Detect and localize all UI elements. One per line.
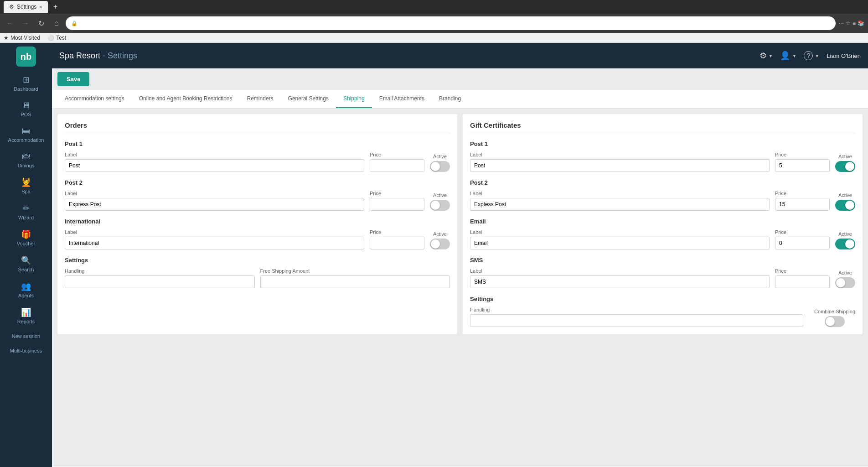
sidebar-item-wizard[interactable]: ✏ Wizard [0, 199, 52, 225]
orders-post2-price-input[interactable] [370, 198, 424, 211]
tab-shipping[interactable]: Shipping [336, 90, 372, 108]
sidebar-item-voucher[interactable]: 🎁 Voucher [0, 225, 52, 251]
orders-intl-active-toggle[interactable] [430, 239, 450, 249]
app-logo[interactable]: nb [16, 47, 36, 67]
help-button[interactable]: ? ▼ [804, 51, 819, 60]
reload-button[interactable]: ↻ [35, 17, 47, 30]
sidebar-item-accommodation[interactable]: 🛏 Accommodation [0, 122, 52, 147]
address-bar: 🔒 https://secure.netbookings.com.au/test… [66, 16, 836, 30]
gift-sms-price-input[interactable] [775, 275, 830, 288]
user-profile-button[interactable]: 👤 ▼ [780, 51, 796, 61]
tab-accommodation-settings[interactable]: Accommodation settings [57, 90, 132, 108]
orders-panel: Orders Post 1 Label Price [57, 114, 457, 334]
gift-post2-title: Post 2 [470, 179, 855, 186]
tab-branding[interactable]: Branding [432, 90, 468, 108]
orders-handling-label: Handling [65, 268, 255, 274]
gift-post1-active-toggle[interactable] [835, 161, 855, 172]
gift-sms-section: SMS Label Price Active [470, 257, 855, 288]
orders-international-title: International [65, 218, 450, 225]
gift-panel: Gift Certificates Post 1 Label Price [463, 114, 863, 334]
save-button[interactable]: Save [57, 72, 89, 86]
gift-sms-label-input[interactable] [470, 275, 770, 288]
sidebar-item-spa[interactable]: 💆 Spa [0, 173, 52, 199]
orders-handling-input[interactable] [65, 275, 255, 288]
library-icon[interactable]: 📚 [858, 20, 864, 26]
orders-intl-label-input[interactable] [65, 237, 364, 249]
sidebar-item-pos[interactable]: 🖥 POS [0, 96, 52, 122]
most-visited-bookmark[interactable]: ★ Most Visited [4, 35, 40, 41]
chevron-down-icon2: ▼ [792, 53, 796, 58]
username-display: Liam O'Brien [827, 52, 861, 59]
sidebar-item-agents[interactable]: 👥 Agents [0, 277, 52, 303]
wizard-icon: ✏ [23, 203, 30, 213]
tab-favicon: ⚙ [9, 4, 14, 10]
tab-booking-restrictions[interactable]: Online and Agent Booking Restrictions [132, 90, 240, 108]
gift-combine-toggle[interactable] [825, 316, 845, 327]
user-icon: 👤 [780, 51, 790, 61]
orders-post1-active-toggle[interactable] [430, 161, 450, 172]
orders-post1-price-input[interactable] [370, 159, 424, 172]
orders-settings-section: Settings Handling Free Shipping Amount [65, 257, 450, 288]
gift-email-active-label: Active [838, 231, 852, 237]
sidebar-item-search[interactable]: 🔍 Search [0, 251, 52, 277]
browser-tab[interactable]: ⚙ Settings × [4, 1, 48, 13]
gift-email-price-input[interactable] [775, 237, 830, 249]
chevron-down-icon3: ▼ [815, 53, 819, 58]
gift-sms-active-toggle[interactable] [835, 277, 855, 288]
sidebar-item-dashboard[interactable]: ⊞ Dashboard [0, 70, 52, 96]
gift-post1-price-input[interactable] [775, 159, 830, 172]
back-button[interactable]: ← [4, 17, 16, 30]
gift-post1-active-label: Active [838, 154, 852, 159]
orders-post2-price-label: Price [370, 191, 424, 196]
gift-post2-active-toggle[interactable] [835, 200, 855, 211]
chevron-down-icon: ▼ [769, 53, 773, 58]
orders-post1-label-input[interactable] [65, 159, 364, 172]
gift-handling-input[interactable] [470, 314, 803, 327]
page-title: Spa Resort - Settings [59, 51, 137, 61]
sidebar-item-dinings[interactable]: 🍽 Dinings [0, 147, 52, 173]
pos-icon: 🖥 [22, 101, 30, 110]
gift-post1-label-input[interactable] [470, 159, 770, 172]
sidebar-item-reports[interactable]: 📊 Reports [0, 303, 52, 329]
tab-email-attachments[interactable]: Email Attachments [372, 90, 432, 108]
orders-settings-title: Settings [65, 257, 450, 264]
orders-post2-title: Post 2 [65, 179, 450, 186]
gift-sms-price-label: Price [775, 268, 830, 274]
orders-intl-price-input[interactable] [370, 237, 424, 249]
settings-button[interactable]: ⚙ ▼ [760, 51, 773, 61]
close-tab-button[interactable]: × [39, 4, 42, 10]
menu-icon[interactable]: ≡ [852, 20, 856, 26]
orders-post2-label-input[interactable] [65, 198, 364, 211]
test-bookmark[interactable]: ⚪ Test [47, 35, 66, 41]
gift-email-active-toggle[interactable] [835, 239, 855, 249]
tab-general-settings[interactable]: General Settings [281, 90, 336, 108]
agents-icon: 👥 [21, 281, 31, 291]
gift-email-section: Email Label Price Active [470, 218, 855, 249]
orders-intl-label-label: Label [65, 229, 364, 235]
tab-reminders[interactable]: Reminders [240, 90, 281, 108]
gift-post2-price-input[interactable] [775, 198, 830, 211]
multi-business-button[interactable]: Multi-business [0, 343, 52, 358]
gift-email-label-input[interactable] [470, 237, 770, 249]
gift-post2-label-input[interactable] [470, 198, 770, 211]
new-tab-button[interactable]: + [53, 3, 57, 11]
new-session-button[interactable]: New session [0, 329, 52, 343]
sidebar: nb ⊞ Dashboard 🖥 POS 🛏 Accommodation 🍽 D… [0, 43, 52, 467]
accommodation-icon: 🛏 [22, 126, 30, 136]
orders-post1-section: Post 1 Label Price Active [65, 140, 450, 172]
home-button[interactable]: ⌂ [50, 17, 63, 30]
orders-post2-active-toggle[interactable] [430, 200, 450, 211]
url-input[interactable]: https://secure.netbookings.com.au/test/s… [80, 20, 830, 26]
orders-free-shipping-input[interactable] [260, 275, 450, 288]
forward-button[interactable]: → [19, 17, 32, 30]
gift-post2-label-label: Label [470, 191, 770, 196]
dinings-icon: 🍽 [22, 152, 30, 161]
reports-icon: 📊 [21, 307, 31, 317]
gift-email-price-label: Price [775, 229, 830, 235]
gift-email-label-label: Label [470, 229, 770, 235]
extensions-icon[interactable]: ⋯ [838, 20, 844, 26]
bookmark-icon[interactable]: ☆ [846, 20, 851, 26]
gift-post2-price-label: Price [775, 191, 830, 196]
orders-international-section: International Label Price Acti [65, 218, 450, 249]
gift-combine-label: Combine Shipping [814, 309, 855, 314]
